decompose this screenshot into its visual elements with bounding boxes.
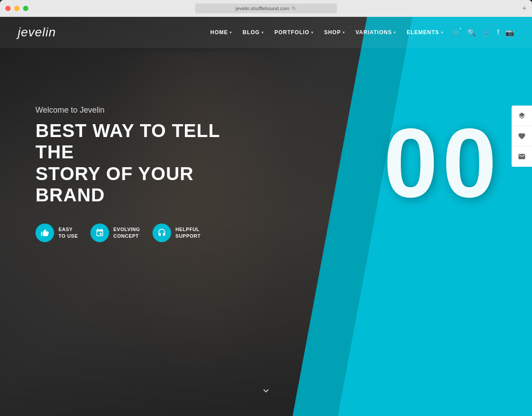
- thumbs-up-icon: [35, 224, 54, 242]
- logo[interactable]: jevelin: [18, 25, 56, 39]
- cart-badge: 0: [458, 26, 464, 32]
- nav-elements-label: ELEMENTS: [407, 29, 439, 35]
- headset-icon: [153, 224, 171, 242]
- hero-title: BEST WAY TO TELL THE STORY OF YOUR BRAND: [35, 120, 257, 206]
- nav-item-home[interactable]: HOME ▾: [210, 29, 232, 35]
- hero-subtitle: Welcome to Jevelin: [35, 106, 257, 115]
- big-numbers: 0 0: [383, 114, 497, 212]
- minimize-button[interactable]: [14, 6, 20, 11]
- nav-portfolio-label: PORTFOLIO: [274, 29, 309, 35]
- scroll-down-indicator[interactable]: [261, 385, 271, 398]
- nav-item-shop[interactable]: SHOP ▾: [324, 29, 345, 35]
- nav-item-elements[interactable]: ELEMENTS ▾: [407, 29, 443, 35]
- url-text: jevelin.shufflehound.com: [236, 6, 289, 11]
- chevron-down-icon: ▾: [394, 31, 396, 35]
- new-tab-button[interactable]: +: [522, 4, 527, 12]
- nav-item-blog[interactable]: BLOG ▾: [243, 29, 264, 35]
- navbar: jevelin HOME ▾ BLOG ▾ PORTFOLIO ▾ SHOP ▾…: [0, 17, 532, 48]
- nav-shop-label: SHOP: [324, 29, 341, 35]
- feature-helpful-support: HELPFUL SUPPORT: [153, 224, 201, 242]
- nav-blog-label: BLOG: [243, 29, 260, 35]
- right-sidebar: [512, 106, 532, 167]
- big-number-left: 0: [383, 114, 438, 212]
- chevron-down-icon: ▾: [230, 31, 232, 35]
- chevron-down-icon: ▾: [343, 31, 345, 35]
- sidebar-mail-button[interactable]: [512, 146, 532, 167]
- search-icon[interactable]: 🔍: [467, 28, 476, 37]
- chevron-down-icon: ▾: [311, 31, 313, 35]
- chevron-down-icon: ▾: [441, 31, 443, 35]
- nav-icons: 🛒 0 🔍 🐦 f 📷: [452, 28, 514, 37]
- instagram-icon[interactable]: 📷: [505, 28, 514, 37]
- nav-menu: HOME ▾ BLOG ▾ PORTFOLIO ▾ SHOP ▾ VARIATI…: [210, 29, 443, 35]
- chevron-down-icon: ▾: [262, 31, 264, 35]
- twitter-icon[interactable]: 🐦: [482, 28, 491, 37]
- maximize-button[interactable]: [23, 6, 28, 11]
- nav-item-variations[interactable]: VARIATIONS ▾: [356, 29, 396, 35]
- browser-chrome: jevelin.shufflehound.com ↻ +: [0, 0, 532, 17]
- facebook-icon[interactable]: f: [497, 28, 499, 36]
- hero-title-line2: STORY OF YOUR BRAND: [35, 163, 194, 205]
- website: jevelin HOME ▾ BLOG ▾ PORTFOLIO ▾ SHOP ▾…: [0, 17, 532, 416]
- nav-variations-label: VARIATIONS: [356, 29, 392, 35]
- hero-content: Welcome to Jevelin BEST WAY TO TELL THE …: [35, 106, 257, 242]
- features-row: EASY TO USE EVOLVING CONCEPT: [35, 224, 257, 242]
- sidebar-layers-button[interactable]: [512, 106, 532, 126]
- nav-item-portfolio[interactable]: PORTFOLIO ▾: [274, 29, 313, 35]
- refresh-icon[interactable]: ↻: [292, 5, 296, 12]
- feature-easy-to-use: EASY TO USE: [35, 224, 78, 242]
- cart-button[interactable]: 🛒 0: [452, 28, 461, 37]
- sidebar-wishlist-button[interactable]: [512, 126, 532, 146]
- nav-home-label: HOME: [210, 29, 228, 35]
- wave-icon: [90, 224, 109, 242]
- feature-support-label: HELPFUL SUPPORT: [176, 226, 201, 240]
- address-bar[interactable]: jevelin.shufflehound.com ↻: [195, 4, 337, 13]
- feature-evolving-label: EVOLVING CONCEPT: [113, 226, 140, 240]
- big-number-right: 0: [442, 114, 497, 212]
- hero-title-line1: BEST WAY TO TELL THE: [35, 120, 220, 162]
- feature-easy-label: EASY TO USE: [59, 226, 78, 240]
- close-button[interactable]: [5, 6, 11, 11]
- feature-evolving-concept: EVOLVING CONCEPT: [90, 224, 140, 242]
